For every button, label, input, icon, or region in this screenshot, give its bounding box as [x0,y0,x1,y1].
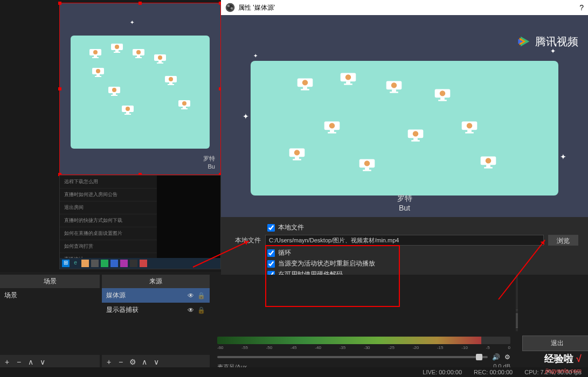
source-up-button[interactable]: ∧ [139,357,150,367]
restart-on-activate-checkbox[interactable] [267,260,275,268]
status-rec: REC: 00:00:00 [474,369,513,375]
taskbar-thumbnail: ⊞ e [60,258,220,269]
scene-item[interactable]: 场景 [0,288,100,303]
dialog-preview-area: 腾讯视频 ✦ ✦ ✦ ✦ 罗特 But [221,15,588,217]
resize-handle[interactable] [58,2,61,5]
local-file-checkbox-label: 本地文件 [278,223,304,232]
display-capture-thumbnail: 远程下载怎么用 直播时如何进入房间公告 退出房间 直播时的快捷方式如何下载 如何… [59,175,221,269]
video-subtitle: 罗特 Bu [203,155,215,170]
loop-label: 循环 [278,248,291,257]
volume-slider[interactable] [217,356,488,358]
local-file-label: 本地文件 [231,236,261,245]
source-item-display[interactable]: 显示器捕获 👁 🔒 [102,303,210,317]
source-settings-button[interactable]: ⚙ [127,357,138,367]
bottom-panels: 场景 场景 + − ∧ ∨ 来源 媒体源 👁 🔒 显示器捕获 👁 🔒 [0,275,588,369]
speaker-icon[interactable]: 🔊 [492,353,500,361]
lock-icon[interactable]: 🔒 [197,306,205,314]
main-preview-area: ✦ ✦ ✦ 罗特 Bu 远程下载怎么用 直播时如何进入房间公告 退出房间 直播时… [0,0,221,272]
visibility-icon[interactable]: 👁 [188,306,194,314]
tencent-video-icon [517,34,532,49]
mixer-gear-icon[interactable]: ⚙ [504,353,510,361]
obs-icon [225,3,235,12]
add-source-button[interactable]: + [103,357,114,367]
scene-down-button[interactable]: ∨ [37,357,48,367]
source-down-button[interactable]: ∨ [151,357,162,367]
dialog-video-content [251,61,558,196]
dialog-video-subtitle: 罗特 But [397,193,412,213]
help-button[interactable]: ? [579,3,584,12]
status-bar: LIVE: 00:00:00 REC: 00:00:00 CPU: 7.2%, … [0,367,588,377]
restart-on-activate-label: 当源变为活动状态时重新启动播放 [278,259,375,268]
audio-meter [217,337,510,344]
sources-panel: 来源 媒体源 👁 🔒 显示器捕获 👁 🔒 + − ⚙ ∧ ∨ [102,275,210,369]
video-brand-logo: 腾讯视频 [517,34,578,49]
local-file-checkbox[interactable] [267,224,275,232]
mixer-track: -60-55-50-45-40-35-30-25-20-15-10-50 🔊 ⚙… [212,331,516,369]
remove-scene-button[interactable]: − [13,357,24,367]
watermark-logo: 经验啦 √ [544,352,582,365]
watermark-url: jingyanla.com [545,367,582,374]
visibility-icon[interactable]: 👁 [188,292,194,299]
scenes-panel: 场景 场景 + − ∧ ∨ [0,275,100,369]
svg-point-2 [227,5,230,8]
resize-handle[interactable] [58,87,61,90]
scenes-list[interactable]: 场景 [0,288,100,355]
scene-up-button[interactable]: ∧ [25,357,36,367]
meter-scale: -60-55-50-45-40-35-30-25-20-15-10-50 [217,345,510,350]
svg-point-0 [226,3,235,12]
add-scene-button[interactable]: + [2,357,12,367]
status-live: LIVE: 00:00:00 [423,369,462,375]
scenes-header: 场景 [0,275,100,288]
resize-handle[interactable] [139,2,142,5]
audio-mixer-panel: -60-55-50-45-40-35-30-25-20-15-10-50 🔊 ⚙… [212,275,516,369]
loop-checkbox[interactable] [267,249,275,257]
dialog-titlebar[interactable]: 属性 '媒体源' ? [221,0,588,15]
browse-button[interactable]: 浏览 [548,235,578,246]
lock-icon[interactable]: 🔒 [197,292,205,299]
exit-button[interactable]: 退出 [522,336,588,351]
svg-point-3 [231,7,233,10]
sources-list[interactable]: 媒体源 👁 🔒 显示器捕获 👁 🔒 [102,288,210,355]
source-item-media[interactable]: 媒体源 👁 🔒 [102,288,210,303]
sources-header: 来源 [102,275,210,288]
preview-selected-source[interactable]: ✦ ✦ ✦ 罗特 Bu [59,3,221,175]
local-file-path-input[interactable] [265,235,544,246]
remove-source-button[interactable]: − [115,357,126,367]
dialog-title-text: 属性 '媒体源' [238,3,275,12]
video-content-map [71,36,210,149]
